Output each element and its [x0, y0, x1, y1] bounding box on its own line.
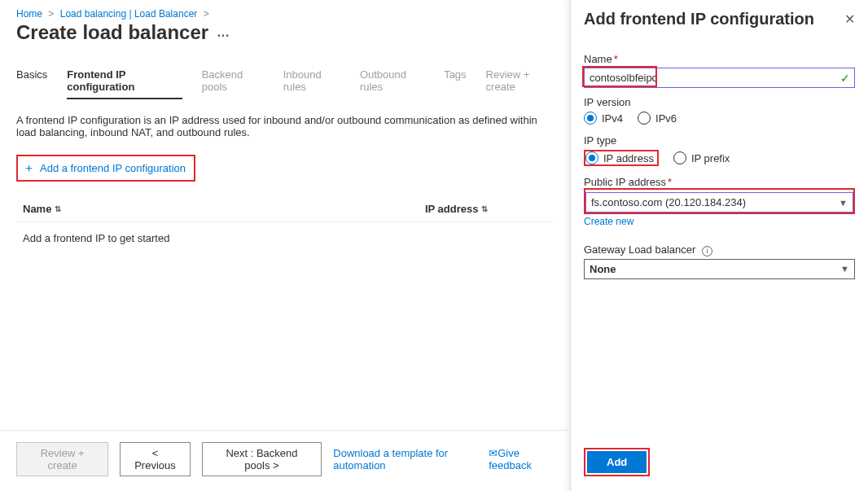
download-template-link[interactable]: Download a template for automation	[333, 447, 477, 471]
public-ip-label: Public IP address*	[584, 176, 855, 188]
public-ip-dropdown[interactable]: fs.contoso.com (20.120.184.234) ▼	[585, 192, 853, 213]
add-frontend-ip-label: Add a frontend IP configuration	[40, 162, 186, 174]
next-button[interactable]: Next : Backend pools >	[202, 442, 322, 476]
gateway-lb-value: None	[590, 263, 616, 275]
footer-bar: Review + create < Previous Next : Backen…	[0, 430, 570, 491]
chevron-down-icon: ▼	[840, 264, 849, 274]
radio-ip-prefix[interactable]: IP prefix	[673, 151, 730, 164]
blade-title: Add frontend IP configuration	[584, 10, 814, 28]
chevron-down-icon: ▼	[839, 198, 848, 208]
table-header: Name ⇅ IP address ⇅	[16, 196, 554, 222]
tab-tags[interactable]: Tags	[444, 68, 466, 99]
ip-type-label: IP type	[584, 134, 855, 147]
intro-text: A frontend IP configuration is an IP add…	[16, 114, 554, 138]
column-name[interactable]: Name ⇅	[23, 203, 425, 215]
close-icon[interactable]: ✕	[844, 11, 855, 27]
public-ip-value: fs.contoso.com (20.120.184.234)	[591, 196, 746, 208]
create-new-link[interactable]: Create new	[584, 216, 633, 227]
tab-review-create[interactable]: Review + create	[486, 68, 554, 99]
add-frontend-ip-button[interactable]: ＋ Add a frontend IP configuration	[16, 155, 195, 182]
table-empty-message: Add a frontend IP to get started	[16, 222, 554, 254]
breadcrumb-home[interactable]: Home	[16, 8, 42, 20]
check-icon: ✓	[840, 72, 850, 85]
add-frontend-ip-blade: Add frontend IP configuration ✕ Name* ✓ …	[570, 0, 868, 491]
plus-icon: ＋	[23, 160, 35, 176]
tab-backend-pools[interactable]: Backend pools	[202, 68, 264, 99]
name-input[interactable]	[584, 68, 855, 88]
tab-outbound-rules[interactable]: Outbound rules	[360, 68, 424, 99]
gateway-lb-dropdown[interactable]: None ▼	[584, 259, 855, 279]
ip-version-label: IP version	[584, 96, 855, 108]
sort-icon: ⇅	[481, 204, 488, 213]
give-feedback-link[interactable]: ✉Give feedback	[489, 447, 554, 471]
page-title: Create load balancer …	[16, 21, 230, 44]
column-ip-address[interactable]: IP address ⇅	[425, 203, 554, 215]
radio-ipv6[interactable]: IPv6	[638, 112, 677, 125]
tabs-bar: Basics Frontend IP configuration Backend…	[16, 68, 554, 99]
breadcrumb-loadbalancing[interactable]: Load balancing | Load Balancer	[60, 8, 198, 20]
tab-inbound-rules[interactable]: Inbound rules	[283, 68, 340, 99]
review-create-button: Review + create	[16, 442, 108, 476]
breadcrumb-separator: >	[48, 8, 54, 20]
breadcrumb-separator: >	[204, 8, 209, 20]
breadcrumb: Home > Load balancing | Load Balancer >	[16, 8, 554, 20]
more-actions-icon[interactable]: …	[217, 25, 230, 40]
sort-icon: ⇅	[55, 204, 61, 213]
radio-ipv4[interactable]: IPv4	[584, 112, 623, 125]
tab-basics[interactable]: Basics	[16, 68, 47, 99]
radio-ip-address[interactable]: IP address	[585, 151, 654, 164]
gateway-lb-label: Gateway Load balancer i	[584, 243, 855, 256]
info-icon[interactable]: i	[702, 246, 712, 256]
previous-button[interactable]: < Previous	[120, 442, 190, 476]
add-button[interactable]: Add	[587, 451, 647, 473]
name-label: Name*	[584, 53, 855, 65]
tab-frontend-ip[interactable]: Frontend IP configuration	[67, 68, 182, 99]
